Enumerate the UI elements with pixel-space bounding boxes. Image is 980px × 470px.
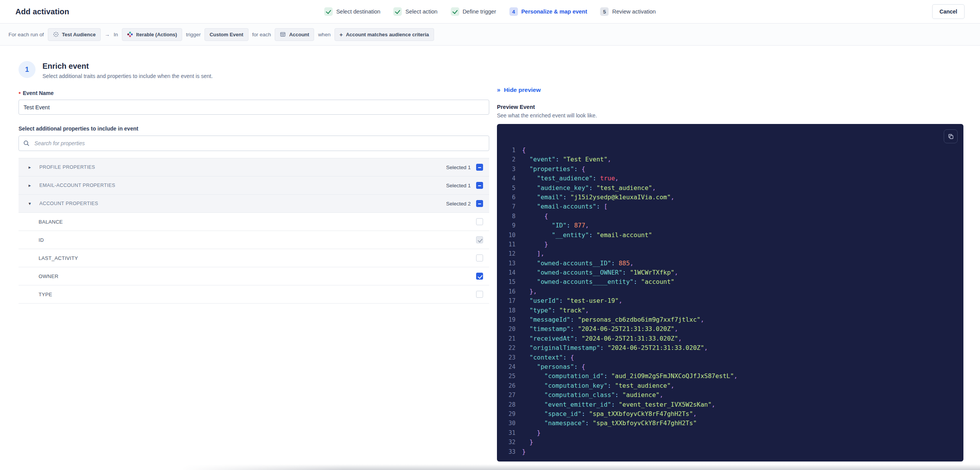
copy-button[interactable] <box>944 129 958 143</box>
accordion-header-account-properties[interactable]: ▾ACCOUNT PROPERTIESSelected 2 <box>19 195 489 213</box>
code-text: "personas": { <box>522 362 585 372</box>
property-checkbox-type[interactable] <box>476 291 483 298</box>
context-prefix: For each run of <box>8 32 44 37</box>
double-chevron-right-icon: » <box>497 87 500 93</box>
code-text: "properties": { <box>522 165 585 174</box>
top-bar: Add activation Select destinationSelect … <box>0 0 980 24</box>
code-text: { <box>522 212 548 221</box>
code-text: "computation_id": "aud_2iO9m2gSFmJNXCoQJ… <box>522 372 738 381</box>
line-number: 27 <box>503 390 515 400</box>
property-row-owner[interactable]: OWNER <box>19 267 489 285</box>
property-row-last-activity[interactable]: LAST_ACTIVITY <box>19 249 489 267</box>
accordion-header-profile-properties[interactable]: ▸PROFILE PROPERTIESSelected 1 <box>19 158 489 176</box>
line-number: 24 <box>503 362 515 372</box>
line-number: 25 <box>503 372 515 381</box>
property-row-balance[interactable]: BALANCE <box>19 213 489 231</box>
line-number: 16 <box>503 287 515 296</box>
enrich-panel: 1 Enrich event Select additional traits … <box>19 61 489 462</box>
code-text: "computation_key": "test_audience", <box>522 381 674 390</box>
property-checkbox-id <box>476 236 483 243</box>
property-row-id[interactable]: ID <box>19 231 489 249</box>
group-select-checkbox[interactable] <box>476 200 483 207</box>
event-preview-code: 1{2 "event": "Test Event",3 "properties"… <box>497 124 963 462</box>
code-line: 24 "personas": { <box>503 362 956 372</box>
code-line: 14 "owned-accounts__OWNER": "1WCWrTXfkp"… <box>503 268 956 277</box>
preview-title: Preview Event <box>497 104 963 110</box>
stepper: Select destinationSelect actionDefine tr… <box>324 0 656 23</box>
property-row-type[interactable]: TYPE <box>19 285 489 304</box>
code-text: "type": "track", <box>522 306 589 315</box>
line-number: 30 <box>503 419 515 428</box>
step-label: Select destination <box>336 8 380 15</box>
line-number: 1 <box>503 146 515 155</box>
step-select-destination[interactable]: Select destination <box>324 7 380 16</box>
event-chip[interactable]: Custom Event <box>204 28 248 41</box>
code-text: "computation_class": "audience", <box>522 390 663 400</box>
code-text: "messageId": "personas_cb6zdbo6im9g7xxf7… <box>522 315 704 324</box>
chip-label: Custom Event <box>210 32 243 37</box>
context-when-label: when <box>318 32 330 37</box>
context-bar: For each run of Test Audience → In Itera… <box>0 24 980 46</box>
line-number: 10 <box>503 231 515 240</box>
entity-chip[interactable]: Account <box>275 28 314 41</box>
code-line: 33} <box>503 447 956 456</box>
code-text: "email-accounts": [ <box>522 202 608 211</box>
line-number: 21 <box>503 334 515 343</box>
code-text: "userId": "test-user-19", <box>522 296 622 305</box>
audience-chip[interactable]: Test Audience <box>48 28 101 41</box>
code-text: }, <box>522 287 537 296</box>
properties-accordion: ▸PROFILE PROPERTIESSelected 1▸EMAIL-ACCO… <box>19 158 489 304</box>
code-line: 26 "computation_key": "test_audience", <box>503 381 956 390</box>
code-text: "space_id": "spa_tXXbfoyvCkY8rF47ghH2Ts"… <box>522 409 697 419</box>
plus-icon: + <box>340 32 343 37</box>
code-line: 8 { <box>503 212 956 221</box>
property-checkbox-owner[interactable] <box>476 273 483 280</box>
line-number: 28 <box>503 400 515 409</box>
accordion-header-email-account-properties[interactable]: ▸EMAIL-ACCOUNT PROPERTIESSelected 1 <box>19 176 489 195</box>
chip-label: Account <box>289 32 309 37</box>
line-number: 17 <box>503 296 515 305</box>
line-number: 13 <box>503 259 515 268</box>
copy-icon <box>948 133 954 140</box>
group-select-checkbox[interactable] <box>476 182 483 189</box>
step-personalize-map-event[interactable]: 4Personalize & map event <box>509 7 587 16</box>
event-name-input[interactable] <box>19 100 489 115</box>
step-review-activation[interactable]: 5Review activation <box>600 7 656 16</box>
line-number: 31 <box>503 428 515 438</box>
line-number: 22 <box>503 343 515 353</box>
search-input[interactable] <box>19 136 489 151</box>
code-line: 19 "messageId": "personas_cb6zdbo6im9g7x… <box>503 315 956 324</box>
event-name-label: • Event Name <box>19 90 489 96</box>
code-line: 27 "computation_class": "audience", <box>503 390 956 400</box>
group-select-checkbox[interactable] <box>476 164 483 171</box>
property-label: LAST_ACTIVITY <box>39 255 78 261</box>
step-label: Select action <box>406 8 438 15</box>
line-number: 29 <box>503 409 515 419</box>
cancel-button[interactable]: Cancel <box>932 4 965 19</box>
code-line: 13 "owned-accounts__ID": 885, <box>503 259 956 268</box>
property-label: TYPE <box>39 292 52 297</box>
property-checkbox-balance[interactable] <box>476 218 483 225</box>
code-text: "audience_key": "test_audience", <box>522 183 656 193</box>
destination-chip[interactable]: Iterable (Actions) <box>122 28 182 41</box>
step-number-badge: 5 <box>600 7 609 16</box>
condition-chip[interactable]: + Account matches audience criteria <box>335 28 434 41</box>
code-line: 22 "originalTimestamp": "2024-06-25T21:3… <box>503 343 956 353</box>
code-line: 25 "computation_id": "aud_2iO9m2gSFmJNXC… <box>503 372 956 381</box>
line-number: 12 <box>503 249 515 258</box>
hide-preview-button[interactable]: » Hide preview <box>497 87 963 93</box>
audience-icon <box>53 31 59 37</box>
iterable-icon <box>127 31 133 37</box>
group-label: PROFILE PROPERTIES <box>39 165 95 170</box>
code-text: "__entity": "email-account" <box>522 231 652 240</box>
code-line: 29 "space_id": "spa_tXXbfoyvCkY8rF47ghH2… <box>503 409 956 419</box>
line-number: 18 <box>503 306 515 315</box>
step-select-action[interactable]: Select action <box>394 7 438 16</box>
code-line: 5 "audience_key": "test_audience", <box>503 183 956 193</box>
code-line: 28 "event_emitter_id": "event_tester_IVX… <box>503 400 956 409</box>
line-number: 8 <box>503 212 515 221</box>
code-line: 17 "userId": "test-user-19", <box>503 296 956 305</box>
property-checkbox-last-activity[interactable] <box>476 255 483 261</box>
line-number: 15 <box>503 277 515 287</box>
step-define-trigger[interactable]: Define trigger <box>451 7 496 16</box>
